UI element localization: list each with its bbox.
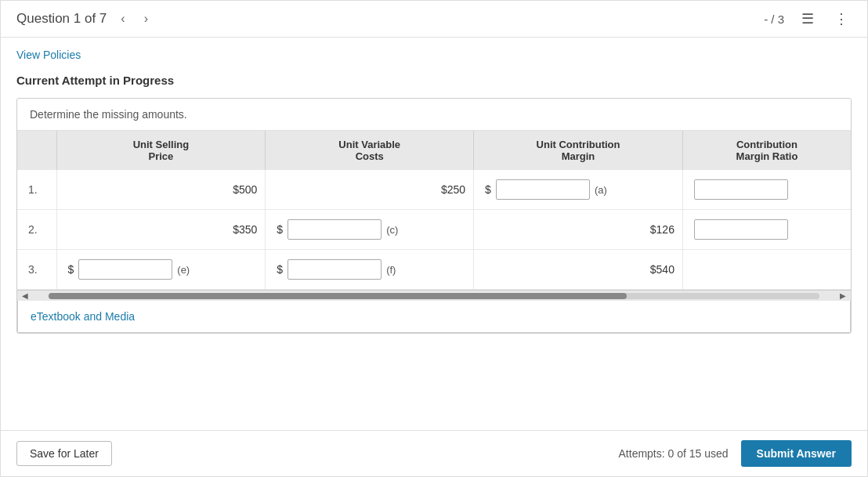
row-1-contribution-label: (a) [595, 184, 607, 196]
horizontal-scrollbar[interactable]: ◀ ▶ [17, 290, 851, 301]
row-2-num: 2. [17, 210, 56, 250]
col-header-variable-cost: Unit VariableCosts [266, 131, 474, 170]
table-row: 1. $500 $250 $ (a) [17, 170, 851, 210]
attempts-label: Attempts: 0 of 15 used [619, 447, 729, 460]
row-3-selling-label: (e) [177, 264, 190, 276]
row-3-selling-price: $ (e) [56, 250, 266, 290]
row-2-ratio [682, 210, 851, 250]
footer: Save for Later Attempts: 0 of 15 used Su… [1, 430, 867, 476]
body-content: View Policies Current Attempt in Progres… [1, 38, 867, 430]
row-1-contribution-dollar: $ [485, 183, 491, 196]
row-1-selling-price: $500 [56, 170, 266, 210]
table-row: 2. $350 $ (c) $126 [17, 210, 851, 250]
row-1-ratio [682, 170, 851, 210]
col-header-selling-price: Unit SellingPrice [56, 131, 266, 170]
question-label: Question 1 of 7 [16, 11, 107, 27]
view-policies-link[interactable]: View Policies [16, 49, 81, 61]
row-2-variable-label: (c) [386, 224, 398, 236]
next-question-button[interactable]: › [139, 9, 153, 29]
row-3-ratio [682, 250, 851, 290]
question-box: Determine the missing amounts. Unit Sell… [16, 98, 852, 334]
scrollbar-thumb[interactable] [49, 293, 627, 299]
submit-answer-button[interactable]: Submit Answer [741, 440, 852, 467]
more-options-button[interactable]: ⋮ [831, 9, 852, 29]
row-2-variable-dollar: $ [277, 223, 283, 236]
row-2-contribution: $126 [474, 210, 683, 250]
col-header-contribution-ratio: ContributionMargin Ratio [682, 131, 851, 170]
row-2-selling-price: $350 [56, 210, 266, 250]
row-2-variable-input[interactable] [288, 219, 382, 240]
save-for-later-button[interactable]: Save for Later [16, 441, 112, 466]
row-1-num: 1. [17, 170, 56, 210]
attempt-heading: Current Attempt in Progress [16, 74, 852, 87]
row-1-ratio-input[interactable] [694, 179, 788, 200]
row-3-variable-input[interactable] [288, 259, 382, 280]
row-3-num: 3. [17, 250, 56, 290]
scroll-right-arrow[interactable]: ▶ [835, 291, 851, 300]
scroll-left-arrow[interactable]: ◀ [17, 291, 33, 300]
list-icon-button[interactable]: ☰ [798, 9, 817, 29]
table-row: 3. $ (e) $ [17, 250, 851, 290]
header-right: - / 3 ☰ ⋮ [764, 9, 852, 29]
row-1-contribution-input[interactable] [496, 179, 590, 200]
prev-question-button[interactable]: ‹ [116, 9, 129, 29]
score-label: - / 3 [764, 13, 784, 26]
row-1-variable-cost: $250 [266, 170, 474, 210]
etextbook-bar[interactable]: eTextbook and Media [17, 301, 851, 333]
row-1-contribution: $ (a) [474, 170, 683, 210]
col-header-num [17, 131, 56, 170]
table-wrapper: Unit SellingPrice Unit VariableCosts Uni… [17, 131, 851, 290]
row-3-variable-label: (f) [386, 264, 396, 276]
row-2-variable-cost: $ (c) [266, 210, 474, 250]
row-3-selling-dollar: $ [68, 263, 74, 276]
scrollbar-track[interactable] [49, 293, 819, 299]
row-2-ratio-input[interactable] [694, 219, 788, 240]
col-header-contribution-margin: Unit ContributionMargin [474, 131, 683, 170]
question-instruction: Determine the missing amounts. [17, 99, 851, 131]
footer-right: Attempts: 0 of 15 used Submit Answer [619, 440, 852, 467]
header-left: Question 1 of 7 ‹ › [16, 9, 153, 29]
row-3-selling-input[interactable] [78, 259, 172, 280]
row-3-variable-dollar: $ [277, 263, 283, 276]
header: Question 1 of 7 ‹ › - / 3 ☰ ⋮ [1, 1, 867, 38]
row-3-contribution: $540 [474, 250, 683, 290]
data-table: Unit SellingPrice Unit VariableCosts Uni… [17, 131, 851, 290]
table-header-row: Unit SellingPrice Unit VariableCosts Uni… [17, 131, 851, 170]
row-3-variable-cost: $ (f) [266, 250, 474, 290]
